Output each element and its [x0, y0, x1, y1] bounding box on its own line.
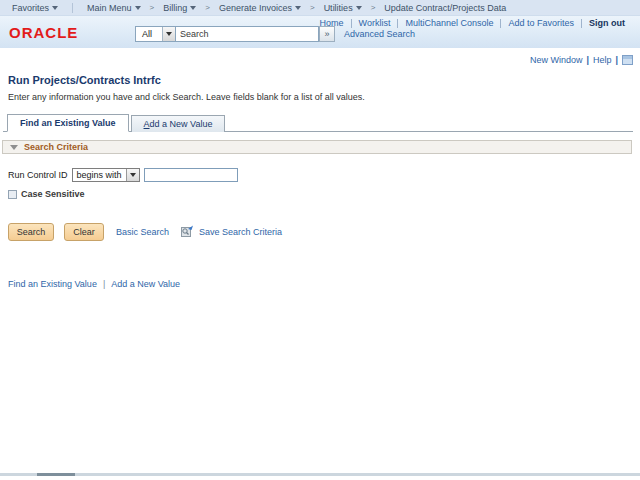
- sign-out-link[interactable]: Sign out: [589, 18, 625, 28]
- add-to-favorites-link[interactable]: Add to Favorites: [508, 18, 574, 28]
- search-tabs: Find an Existing Value Add a New Value: [3, 113, 633, 132]
- page-instructions: Enter any information you have and click…: [8, 92, 640, 102]
- chevron-down-icon: [295, 6, 301, 10]
- page-utility-links: New Window | Help |: [0, 55, 633, 65]
- global-search-bar: All » Advanced Search: [135, 26, 415, 42]
- oracle-logo: ORACLE: [9, 24, 78, 41]
- breadcrumb-separator: >: [310, 3, 315, 12]
- link-divider: [581, 19, 582, 28]
- clear-button[interactable]: Clear: [64, 223, 104, 241]
- favorites-label: Favorites: [12, 3, 49, 13]
- search-criteria-header[interactable]: Search Criteria: [2, 140, 632, 154]
- breadcrumb-divider: [72, 3, 73, 13]
- breadcrumb-item-label: Billing: [163, 3, 187, 13]
- window-icon[interactable]: [622, 55, 633, 65]
- breadcrumb-separator: >: [150, 3, 155, 12]
- help-link[interactable]: Help: [593, 55, 612, 65]
- advanced-search-link[interactable]: Advanced Search: [344, 29, 415, 39]
- chevron-down-icon: [126, 169, 139, 181]
- tab-find-an-existing-value[interactable]: Find an Existing Value: [7, 114, 129, 132]
- chevron-down-icon: [135, 6, 141, 10]
- case-sensitive-checkbox[interactable]: [8, 190, 17, 199]
- run-control-id-label: Run Control ID: [8, 170, 68, 180]
- breadcrumb-item-main-menu[interactable]: Main Menu: [87, 3, 141, 13]
- save-search-criteria-link[interactable]: Save Search Criteria: [199, 227, 282, 237]
- favorites-menu[interactable]: Favorites: [12, 3, 58, 13]
- search-scope-value: All: [136, 27, 162, 41]
- tab-label-rest: dd a New Value: [150, 119, 213, 129]
- breadcrumb: Favorites Main Menu > Billing > Generate…: [0, 0, 640, 16]
- breadcrumb-item-generate-invoices[interactable]: Generate Invoices: [219, 3, 301, 13]
- new-window-link[interactable]: New Window: [530, 55, 583, 65]
- breadcrumb-item-update-contract-projects-data[interactable]: Update Contract/Projects Data: [384, 3, 506, 13]
- case-sensitive-label: Case Sensitive: [21, 189, 85, 199]
- breadcrumb-item-label: Generate Invoices: [219, 3, 292, 13]
- operator-select[interactable]: begins with: [72, 168, 140, 182]
- breadcrumb-item-utilities[interactable]: Utilities: [324, 3, 362, 13]
- breadcrumb-item-label: Update Contract/Projects Data: [384, 3, 506, 13]
- header-banner: Home Worklist MultiChannel Console Add t…: [0, 16, 640, 48]
- breadcrumb-separator: >: [371, 3, 376, 12]
- link-divider: [500, 19, 501, 28]
- operator-value: begins with: [73, 169, 126, 181]
- footer-find-existing-value-link[interactable]: Find an Existing Value: [8, 279, 97, 289]
- breadcrumb-separator: >: [205, 3, 210, 12]
- chevron-down-icon: [190, 6, 196, 10]
- breadcrumb-item-billing[interactable]: Billing: [163, 3, 196, 13]
- breadcrumb-item-label: Main Menu: [87, 3, 132, 13]
- global-search-input[interactable]: [176, 26, 319, 42]
- case-sensitive-row: Case Sensitive: [8, 189, 640, 199]
- basic-search-link[interactable]: Basic Search: [116, 227, 169, 237]
- link-divider: |: [615, 55, 618, 65]
- search-criteria-title: Search Criteria: [24, 142, 88, 152]
- collapse-triangle-icon: [10, 145, 18, 150]
- tab-add-a-new-value[interactable]: Add a New Value: [131, 115, 226, 132]
- search-scope-select[interactable]: All: [135, 26, 176, 42]
- run-control-id-input[interactable]: [144, 168, 238, 182]
- footer-add-new-value-link[interactable]: Add a New Value: [111, 279, 180, 289]
- footer-links: Find an Existing Value | Add a New Value: [8, 279, 640, 289]
- chevron-down-icon: [162, 27, 175, 41]
- page-title: Run Projects/Contracts Intrfc: [8, 74, 640, 86]
- search-go-button[interactable]: »: [319, 26, 335, 42]
- multichannel-console-link[interactable]: MultiChannel Console: [405, 18, 493, 28]
- search-actions-row: Search Clear Basic Search Save Search Cr…: [8, 223, 640, 241]
- horizontal-scrollbar[interactable]: [0, 473, 640, 476]
- chevron-down-icon: [356, 6, 362, 10]
- breadcrumb-item-label: Utilities: [324, 3, 353, 13]
- horizontal-scrollbar-thumb[interactable]: [37, 473, 75, 476]
- save-search-icon[interactable]: [181, 225, 194, 239]
- search-button[interactable]: Search: [8, 223, 54, 241]
- link-divider: |: [103, 279, 105, 289]
- chevron-down-icon: [52, 6, 58, 10]
- run-control-id-row: Run Control ID begins with: [8, 168, 640, 182]
- link-divider: |: [586, 55, 589, 65]
